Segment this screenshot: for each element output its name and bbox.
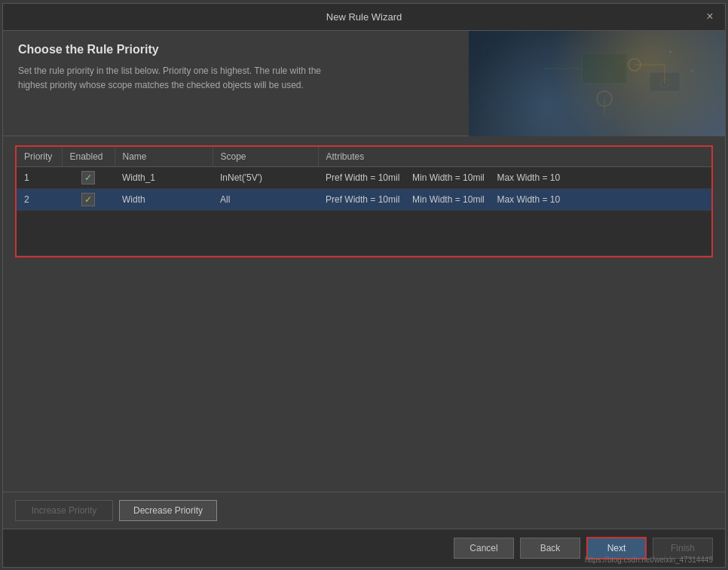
table-row[interactable]: 2 ✓ Width All Pref Width = 10mil Min Wid… bbox=[17, 188, 711, 210]
empty-row bbox=[17, 210, 711, 255]
row1-attributes: Pref Width = 10mil Min Width = 10mil Max… bbox=[318, 166, 711, 188]
header-desc-line1: Set the rule priority in the list below.… bbox=[18, 66, 321, 76]
dialog-title: New Rule Wizard bbox=[326, 11, 402, 23]
increase-priority-button[interactable]: Increase Priority bbox=[15, 500, 113, 521]
row1-checkbox[interactable]: ✓ bbox=[81, 171, 95, 184]
dialog: New Rule Wizard × Choose the Rule Priori… bbox=[2, 3, 726, 568]
decrease-priority-button[interactable]: Decrease Priority bbox=[119, 500, 217, 521]
svg-text:■: ■ bbox=[691, 69, 694, 73]
row1-priority: 1 bbox=[17, 166, 62, 188]
row1-scope: InNet('5V') bbox=[213, 166, 318, 188]
col-header-attributes: Attributes bbox=[318, 147, 711, 167]
table-header-row: Priority Enabled Name Scope Attributes bbox=[17, 147, 711, 167]
header-text-area: Choose the Rule Priority Set the rule pr… bbox=[3, 31, 469, 136]
header-description: Set the rule priority in the list below.… bbox=[18, 64, 454, 93]
footer-url: https://blog.csdn.net/weixin_47314449 bbox=[585, 556, 713, 564]
content-area: Priority Enabled Name Scope Attributes 1… bbox=[3, 136, 725, 529]
priority-actions: Increase Priority Decrease Priority bbox=[3, 492, 725, 529]
svg-rect-8 bbox=[582, 53, 627, 84]
header-title: Choose the Rule Priority bbox=[18, 43, 454, 56]
close-button[interactable]: × bbox=[701, 8, 719, 26]
col-header-enabled: Enabled bbox=[62, 147, 115, 167]
row1-name: Width_1 bbox=[115, 166, 213, 188]
col-header-name: Name bbox=[115, 147, 213, 167]
row2-checkbox[interactable]: ✓ bbox=[81, 193, 95, 206]
svg-text:●: ● bbox=[668, 48, 672, 55]
row2-enabled[interactable]: ✓ bbox=[62, 188, 115, 210]
header-desc-line2: highest priority whose scope matches the… bbox=[18, 80, 304, 90]
back-button[interactable]: Back bbox=[520, 538, 580, 559]
row2-attributes: Pref Width = 10mil Min Width = 10mil Max… bbox=[318, 188, 711, 210]
col-header-scope: Scope bbox=[213, 147, 318, 167]
row2-priority: 2 bbox=[17, 188, 62, 210]
col-header-priority: Priority bbox=[17, 147, 62, 167]
rules-table-container: Priority Enabled Name Scope Attributes 1… bbox=[15, 145, 713, 258]
cancel-button[interactable]: Cancel bbox=[454, 538, 514, 559]
dialog-footer: Cancel Back Next Finish https://blog.csd… bbox=[3, 529, 725, 567]
header-section: Choose the Rule Priority Set the rule pr… bbox=[3, 31, 725, 136]
rules-table: Priority Enabled Name Scope Attributes 1… bbox=[17, 147, 711, 256]
table-row[interactable]: 1 ✓ Width_1 InNet('5V') Pref Width = 10m… bbox=[17, 166, 711, 188]
header-image: ● ■ bbox=[469, 31, 725, 136]
row2-scope: All bbox=[213, 188, 318, 210]
pcb-decoration: ● ■ bbox=[469, 31, 725, 136]
title-bar: New Rule Wizard × bbox=[3, 4, 725, 31]
row1-enabled[interactable]: ✓ bbox=[62, 166, 115, 188]
row2-name: Width bbox=[115, 188, 213, 210]
